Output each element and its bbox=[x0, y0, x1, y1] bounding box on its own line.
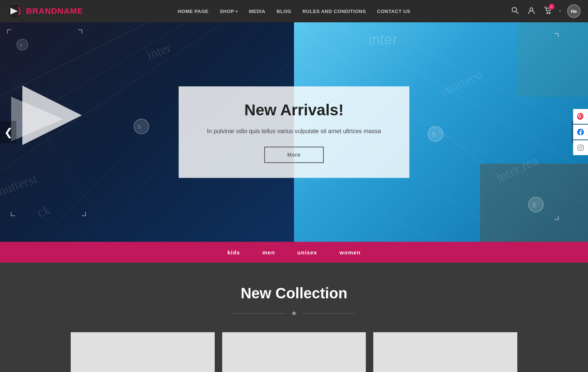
svg-point-2 bbox=[512, 7, 517, 12]
svg-point-39 bbox=[582, 146, 582, 147]
product-card-3[interactable] bbox=[373, 332, 517, 372]
svg-text:shutterst: shutterst bbox=[438, 67, 485, 99]
svg-point-6 bbox=[549, 12, 550, 13]
category-unisex[interactable]: unisex bbox=[297, 249, 317, 256]
search-button[interactable] bbox=[510, 5, 520, 17]
svg-text:S: S bbox=[20, 42, 22, 48]
svg-text:S: S bbox=[138, 124, 141, 130]
prev-arrow-icon: ❮ bbox=[4, 126, 13, 138]
svg-point-34 bbox=[528, 197, 543, 212]
instagram-icon bbox=[577, 144, 584, 151]
facebook-button[interactable] bbox=[573, 125, 588, 140]
cart-button[interactable]: 0 bbox=[543, 5, 553, 17]
slide-subtitle: In pulvinar odio quis tellus varius vulp… bbox=[201, 126, 387, 136]
nav-shop[interactable]: SHOP ▾ bbox=[220, 9, 237, 14]
nav-media[interactable]: MEDIA bbox=[249, 9, 265, 14]
carousel-prev-button[interactable]: ❮ bbox=[0, 121, 16, 143]
more-button[interactable]: More bbox=[264, 147, 324, 163]
nav-links: HOME PAGE SHOP ▾ MEDIA BLOG RULES AND CO… bbox=[178, 9, 410, 14]
brand-name: BRANDNAME bbox=[26, 6, 83, 16]
star-icon: ★ bbox=[291, 309, 297, 317]
svg-line-3 bbox=[516, 12, 518, 14]
navbar: BRANDNAME HOME PAGE SHOP ▾ MEDIA BLOG RU… bbox=[0, 0, 588, 22]
svg-line-7 bbox=[0, 22, 149, 97]
category-kids[interactable]: kids bbox=[227, 249, 240, 256]
svg-point-32 bbox=[428, 126, 443, 141]
slide-content-box: New Arrivals! In pulvinar odio quis tell… bbox=[179, 86, 409, 178]
svg-text:inter: inter bbox=[368, 31, 397, 48]
svg-rect-29 bbox=[517, 22, 588, 97]
svg-rect-37 bbox=[578, 145, 584, 151]
pinterest-button[interactable] bbox=[573, 109, 588, 124]
divider-line-left bbox=[233, 313, 285, 314]
brand-area: BRANDNAME bbox=[7, 3, 83, 19]
svg-point-5 bbox=[547, 12, 548, 13]
category-women[interactable]: women bbox=[339, 249, 361, 256]
pinterest-icon bbox=[577, 113, 584, 120]
svg-point-20 bbox=[17, 39, 28, 50]
svg-point-18 bbox=[134, 119, 149, 134]
nav-blog[interactable]: BLOG bbox=[277, 9, 291, 14]
new-collection-title: New Collection bbox=[7, 285, 581, 302]
slide-title: New Arrivals! bbox=[201, 101, 387, 119]
product-grid bbox=[71, 332, 517, 372]
nav-home[interactable]: HOME PAGE bbox=[178, 9, 208, 14]
product-card-2[interactable] bbox=[222, 332, 366, 372]
star-divider: ★ bbox=[7, 309, 581, 317]
svg-line-27 bbox=[294, 167, 439, 242]
brand-logo-icon bbox=[7, 3, 23, 19]
svg-text:shutterst: shutterst bbox=[0, 171, 39, 200]
nav-contact[interactable]: CONTACT US bbox=[377, 9, 410, 14]
svg-point-4 bbox=[530, 8, 533, 11]
svg-rect-28 bbox=[480, 164, 588, 242]
svg-text:ck: ck bbox=[35, 202, 52, 220]
svg-marker-14 bbox=[11, 97, 63, 141]
svg-text:inter rea: inter rea bbox=[493, 153, 540, 185]
svg-text:S: S bbox=[532, 202, 536, 208]
social-sidebar bbox=[573, 109, 588, 155]
category-men[interactable]: men bbox=[262, 249, 275, 256]
svg-text:inter: inter bbox=[145, 40, 173, 62]
svg-point-38 bbox=[579, 146, 582, 149]
user-button[interactable] bbox=[526, 5, 537, 17]
user-icon bbox=[528, 7, 535, 14]
svg-line-12 bbox=[0, 60, 112, 242]
instagram-button[interactable] bbox=[573, 140, 588, 155]
user-avatar[interactable]: He bbox=[567, 4, 581, 18]
new-collection-section: New Collection ★ bbox=[0, 263, 588, 372]
navbar-actions: 0 • He bbox=[510, 4, 581, 18]
svg-marker-13 bbox=[22, 86, 82, 145]
product-card-1[interactable] bbox=[71, 332, 215, 372]
shop-chevron-icon: ▾ bbox=[236, 9, 238, 13]
hero-slider: shutterst ck inter S S bbox=[0, 22, 588, 242]
separator: • bbox=[559, 7, 561, 15]
svg-line-8 bbox=[0, 22, 186, 134]
search-icon bbox=[511, 7, 519, 14]
facebook-icon bbox=[577, 129, 584, 135]
category-bar: kids men unisex women bbox=[0, 242, 588, 263]
svg-text:S: S bbox=[432, 131, 436, 138]
nav-rules[interactable]: RULES AND CONDITIONS bbox=[303, 9, 366, 14]
divider-line-right bbox=[303, 313, 355, 314]
cart-count: 0 bbox=[549, 4, 555, 10]
